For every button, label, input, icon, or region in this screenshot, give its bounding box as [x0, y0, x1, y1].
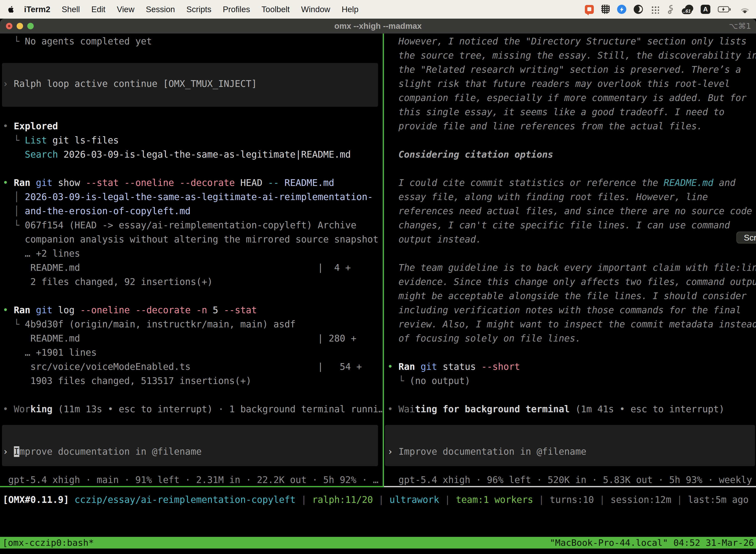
traffic-lights: [6, 19, 34, 34]
menu-bar-status-icons: ..61 A: [585, 4, 756, 14]
menu-item-shell[interactable]: Shell: [56, 5, 85, 14]
omx-status-segments: [OMX#0.11.9] cczip/essay/ai-reimplementa…: [3, 493, 749, 507]
menu-item-toolbelt[interactable]: Toolbelt: [256, 5, 296, 14]
terminal-line: slight risk that future readers may over…: [387, 77, 756, 91]
terminal-line: [3, 48, 383, 63]
terminal-line: • Ran git show --stat --oneline --decora…: [3, 176, 383, 190]
terminal-line: › Ralph loop active continue [OMX_TMUX_I…: [3, 77, 383, 91]
window-titlebar[interactable]: omx --xhigh --madmax ⌥⌘1: [0, 19, 756, 34]
terminal-pane-left: └ No agents completed yet› Ralph loop ac…: [0, 34, 383, 486]
omx-session-status-line: [OMX#0.11.9] cczip/essay/ai-reimplementa…: [3, 493, 749, 507]
terminal-line: › Improve documentation in @filename: [387, 445, 756, 459]
terminal-line: companion analysis without altering the …: [3, 232, 383, 246]
terminal-line: 2 files changed, 92 insertions(+): [3, 275, 383, 289]
terminal-line: output instead.: [387, 232, 756, 246]
terminal-line: including verification notes with those …: [387, 303, 756, 317]
terminal-pane-right: However, I noticed the "Directory Struct…: [384, 34, 756, 486]
terminal-line: of focusing solely on file lines.: [387, 331, 756, 345]
terminal-line: essay file, along with finding root file…: [387, 190, 756, 204]
terminal-line: [387, 162, 756, 176]
terminal-line: [3, 289, 383, 303]
terminal-line: • Working (11m 13s • esc to interrupt) ·…: [3, 402, 383, 416]
minimize-button[interactable]: [17, 23, 23, 29]
apple-menu-icon[interactable]: [7, 5, 15, 14]
menu-item-window[interactable]: Window: [296, 5, 336, 14]
pane-divider-horizontal-active[interactable]: [0, 486, 384, 487]
terminal-line: [3, 416, 383, 430]
terminal-line: └ List git ls-files: [3, 133, 383, 148]
terminal-line: review. Also, I might want to inspect th…: [387, 317, 756, 331]
terminal-line: [387, 388, 756, 402]
terminal-line: [3, 63, 383, 77]
pane-divider-horizontal-inactive[interactable]: [384, 486, 756, 487]
terminal-line: gpt-5.4 xhigh · main · 91% left · 2.31M …: [3, 473, 383, 486]
terminal-line: src/voice/voiceModeEnabled.ts | 54 +: [3, 359, 383, 374]
terminal-line: README.md | 280 +: [3, 331, 383, 345]
iterm2-window: omx --xhigh --madmax ⌥⌘1 └ No agents com…: [0, 19, 756, 554]
terminal-line: … +2 lines: [3, 246, 383, 261]
a-app-icon[interactable]: A: [701, 5, 710, 14]
terminal-line: 1903 files changed, 513517 insertions(+): [3, 374, 383, 388]
terminal-line: the source tree, missing the essay. Stil…: [387, 48, 756, 63]
menu-item-edit[interactable]: Edit: [85, 5, 111, 14]
terminal-line: companion file, especially if more comme…: [387, 91, 756, 105]
tmux-status-bar: [omx-cczip0:bash* "MacBook-Pro-44.local"…: [0, 537, 756, 549]
close-button[interactable]: [6, 23, 12, 29]
terminal-line: changes, I can't cite specific file line…: [387, 218, 756, 232]
battery-icon[interactable]: [718, 6, 732, 13]
terminal-line: evidence. Since this change only affects…: [387, 275, 756, 289]
terminal-line: └ (no output): [387, 374, 756, 388]
terminal-line: references need actual files, and since …: [387, 204, 756, 218]
cloud-badge-label: ..61: [683, 8, 691, 14]
screen-share-icon[interactable]: [585, 5, 594, 14]
terminal-line: • Ran git status --short: [387, 359, 756, 374]
menu-item-session[interactable]: Session: [140, 5, 181, 14]
terminal-line: the "Related research writing" section i…: [387, 63, 756, 77]
terminal-line: [3, 105, 383, 119]
terminal-line: • Waiting for background terminal (1m 41…: [387, 402, 756, 416]
crescent-app-icon[interactable]: [634, 5, 643, 14]
terminal-line: • Ran git log --oneline --decorate -n 5 …: [3, 303, 383, 317]
terminal-line: this single essay, it seems like a good …: [387, 105, 756, 119]
terminal-line: [3, 459, 383, 473]
maximize-button[interactable]: [27, 23, 34, 29]
terminal-line: └ 067f154 (HEAD -> essay/ai-reimplementa…: [3, 218, 383, 232]
terminal-line: Search 2026-03-09-is-legal-the-same-as-l…: [3, 148, 383, 162]
screen-indicator-overlay: Scre: [737, 232, 756, 243]
terminal-line: • Explored: [3, 119, 383, 133]
menu-item-scripts[interactable]: Scripts: [181, 5, 217, 14]
terminal-line: Considering citation options: [387, 148, 756, 162]
terminal-line: [3, 388, 383, 402]
messenger-icon[interactable]: [617, 5, 626, 14]
terminal-line: [387, 133, 756, 148]
menu-item-help[interactable]: Help: [336, 5, 364, 14]
terminal-line: │ 2026-03-09-is-legal-the-same-as-legiti…: [3, 190, 383, 204]
menu-item-view[interactable]: View: [111, 5, 140, 14]
terminal-line: … +1901 lines: [3, 345, 383, 359]
terminal-line: [3, 162, 383, 176]
terminal-line: └ 4b9d30f (origin/main, instructkr/main,…: [3, 317, 383, 331]
terminal-line: might be acceptable alongside the file l…: [387, 289, 756, 303]
terminal-line: provide file and line references from th…: [387, 119, 756, 133]
cloud-badge-icon[interactable]: ..61: [682, 5, 693, 14]
dots-grid-icon[interactable]: [650, 5, 659, 14]
menu-item-profiles[interactable]: Profiles: [217, 5, 256, 14]
window-title: omx --xhigh --madmax: [334, 19, 422, 34]
terminal-line: I could cite commit statistics or refere…: [387, 176, 756, 190]
wifi-icon[interactable]: [739, 5, 751, 14]
terminal-line: [387, 416, 756, 430]
terminal-line: The team guideline is to back every impo…: [387, 261, 756, 275]
terminal-line: [387, 246, 756, 261]
terminal-line: [387, 459, 756, 473]
wireshark-icon[interactable]: [667, 4, 674, 14]
terminal-line: └ No agents completed yet: [3, 34, 383, 48]
terminal-line: [3, 91, 383, 105]
keypad-shield-icon[interactable]: [601, 5, 610, 14]
terminal-line: However, I noticed the "Directory Struct…: [387, 34, 756, 48]
terminal-line: [387, 345, 756, 359]
terminal-line: │ and-the-erosion-of-copyleft.md: [3, 204, 383, 218]
menu-bar: iTerm2 Shell Edit View Session Scripts P…: [0, 0, 756, 19]
terminal-line: [387, 430, 756, 445]
menu-item-iterm2[interactable]: iTerm2: [18, 5, 56, 14]
terminal-line: [3, 430, 383, 445]
